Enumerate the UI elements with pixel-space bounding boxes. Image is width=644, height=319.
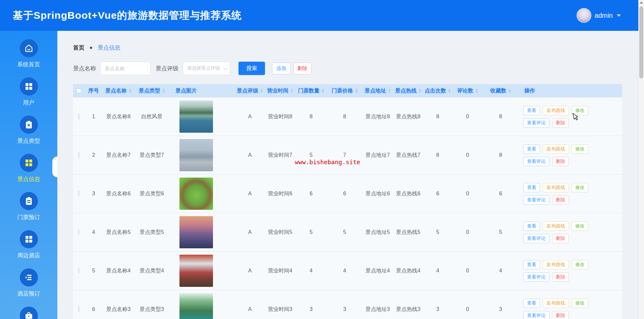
cell-hotline: 景点热线4 bbox=[393, 267, 423, 274]
user-name[interactable]: admin bbox=[595, 12, 613, 19]
edit-button[interactable]: 修改 bbox=[572, 144, 588, 154]
column-label: 景点地址 bbox=[365, 87, 386, 94]
cell-name: 景点名称6 bbox=[103, 190, 134, 197]
cell-clicks: 8 bbox=[423, 114, 452, 120]
avatar[interactable] bbox=[577, 9, 591, 22]
view-button[interactable]: 查看 bbox=[523, 144, 540, 154]
view-comments-button[interactable]: 查看评论 bbox=[523, 272, 549, 282]
rating-filter-select[interactable]: 请选择景点评级 bbox=[183, 62, 230, 75]
add-button[interactable]: 添加 bbox=[272, 63, 291, 74]
cell-qty: 6 bbox=[295, 191, 327, 197]
delete-button[interactable]: 删除 bbox=[552, 118, 569, 128]
row-checkbox[interactable] bbox=[78, 190, 79, 197]
sort-carets-icon[interactable] bbox=[260, 89, 263, 93]
sort-carets-icon[interactable] bbox=[322, 89, 324, 93]
top-header: 基于SpringBoot+Vue的旅游数据管理与推荐系统 admin bbox=[0, 0, 638, 31]
view-comments-button[interactable]: 查看评论 bbox=[523, 157, 549, 166]
view-button[interactable]: 查看 bbox=[523, 221, 540, 231]
column-header-hours: 营业时间 bbox=[265, 87, 295, 94]
glass-pyramid-photo[interactable] bbox=[179, 139, 213, 171]
publish-route-button[interactable]: 发布路线 bbox=[543, 221, 569, 231]
scrollbar-up-arrow[interactable] bbox=[640, 1, 643, 4]
view-button[interactable]: 查看 bbox=[523, 299, 540, 308]
sort-carets-icon[interactable] bbox=[388, 89, 391, 93]
cell-actions: 查看发布路线修改查看评论删除 bbox=[518, 295, 622, 319]
view-comments-button[interactable]: 查看评论 bbox=[523, 311, 549, 319]
autumn-pagoda-photo[interactable] bbox=[179, 255, 213, 287]
row-checkbox[interactable] bbox=[78, 113, 79, 120]
publish-route-button[interactable]: 发布路线 bbox=[543, 183, 569, 192]
edit-button[interactable]: 修改 bbox=[572, 221, 588, 231]
view-button[interactable]: 查看 bbox=[523, 106, 540, 115]
sidebar-item-系统首页[interactable]: 系统首页 bbox=[0, 39, 57, 77]
publish-route-button[interactable]: 发布路线 bbox=[543, 299, 569, 308]
table-row: 3 景点名称6 景点类型6 A 营业时间6 6 6 景点地址6 景点热线6 6 … bbox=[73, 175, 622, 213]
sidebar-item-酒店预订[interactable]: 酒店预订 bbox=[0, 268, 57, 307]
delete-button[interactable]: 删除 bbox=[552, 311, 569, 319]
sort-carets-icon[interactable] bbox=[129, 89, 131, 93]
cell-rating: A bbox=[235, 306, 265, 312]
cell-rating: A bbox=[235, 191, 265, 197]
sidebar-item-景点信息[interactable]: 景点信息 bbox=[0, 154, 57, 192]
row-checkbox[interactable] bbox=[78, 306, 79, 312]
sunset-river-photo[interactable] bbox=[179, 216, 213, 248]
view-button[interactable]: 查看 bbox=[523, 260, 540, 269]
delete-selected-button[interactable]: 删除 bbox=[293, 63, 311, 74]
vertical-scrollbar[interactable] bbox=[638, 0, 644, 319]
sidebar-item-门票预订[interactable]: 门票预订 bbox=[0, 192, 57, 230]
publish-route-button[interactable]: 发布路线 bbox=[543, 260, 569, 269]
sort-carets-icon[interactable] bbox=[448, 89, 451, 93]
sidebar-item-景点类型[interactable]: 景点类型 bbox=[0, 116, 57, 154]
table-header-row: 序号景点名称景点类型景点图片景点评级营业时间门票数量门票价格景点地址景点热线点击… bbox=[73, 84, 622, 98]
row-checkbox[interactable] bbox=[78, 267, 79, 274]
sidebar-item-label: 景点信息 bbox=[17, 175, 40, 183]
lake-boats-photo[interactable] bbox=[179, 101, 213, 133]
user-menu[interactable]: admin bbox=[577, 9, 621, 22]
sort-carets-icon[interactable] bbox=[290, 89, 293, 93]
sort-carets-icon[interactable] bbox=[508, 89, 511, 93]
cell-actions: 查看发布路线修改查看评论删除 bbox=[518, 141, 622, 170]
cell-address: 景点地址3 bbox=[362, 306, 393, 313]
edit-button[interactable]: 修改 bbox=[572, 183, 588, 192]
cell-seq: 1 bbox=[85, 114, 103, 120]
row-checkbox[interactable] bbox=[78, 152, 79, 158]
sort-carets-icon[interactable] bbox=[162, 89, 165, 93]
sort-carets-icon[interactable] bbox=[355, 89, 358, 93]
sort-carets-icon[interactable] bbox=[419, 89, 421, 93]
sidebar-item-more[interactable] bbox=[0, 307, 57, 319]
cell-comments: 0 bbox=[452, 268, 483, 274]
delete-button[interactable]: 删除 bbox=[552, 234, 569, 243]
breadcrumb-current[interactable]: 景点信息 bbox=[98, 44, 120, 52]
edit-button[interactable]: 修改 bbox=[572, 260, 588, 269]
delete-button[interactable]: 删除 bbox=[552, 195, 569, 205]
cell-actions: 查看发布路线修改查看评论删除 bbox=[518, 218, 622, 247]
cell-address: 景点地址4 bbox=[362, 267, 393, 274]
view-button[interactable]: 查看 bbox=[523, 183, 540, 192]
view-comments-button[interactable]: 查看评论 bbox=[523, 234, 549, 243]
select-all-checkbox[interactable] bbox=[76, 88, 81, 93]
publish-route-button[interactable]: 发布路线 bbox=[543, 144, 569, 154]
cell-rating: A bbox=[235, 268, 265, 274]
view-comments-button[interactable]: 查看评论 bbox=[523, 118, 549, 128]
name-filter-input[interactable] bbox=[100, 62, 151, 75]
column-label: 操作 bbox=[524, 87, 535, 94]
edit-button[interactable]: 修改 bbox=[572, 106, 588, 115]
rating-filter-label: 景点评级 bbox=[156, 65, 178, 72]
delete-button[interactable]: 删除 bbox=[552, 272, 569, 282]
view-comments-button[interactable]: 查看评论 bbox=[523, 195, 549, 205]
sidebar-item-周边酒店[interactable]: 周边酒店 bbox=[0, 230, 57, 268]
sort-carets-icon[interactable] bbox=[475, 89, 478, 93]
mountain-valley-photo[interactable] bbox=[179, 293, 213, 319]
edit-button[interactable]: 修改 bbox=[572, 299, 588, 308]
delete-button[interactable]: 删除 bbox=[552, 157, 569, 166]
breadcrumb-home[interactable]: 首页 bbox=[73, 44, 85, 52]
publish-route-button[interactable]: 发布路线 bbox=[543, 106, 569, 115]
cell-price: 6 bbox=[327, 191, 362, 197]
cell-hotline: 景点热线7 bbox=[393, 152, 423, 159]
scrollbar-thumb[interactable] bbox=[639, 6, 643, 78]
cell-price: 8 bbox=[327, 114, 362, 120]
row-checkbox[interactable] bbox=[78, 229, 79, 235]
heart-frame-photo[interactable] bbox=[179, 178, 213, 210]
sidebar-item-用户[interactable]: 用户 bbox=[0, 77, 57, 116]
search-button[interactable]: 搜索 bbox=[238, 62, 265, 75]
